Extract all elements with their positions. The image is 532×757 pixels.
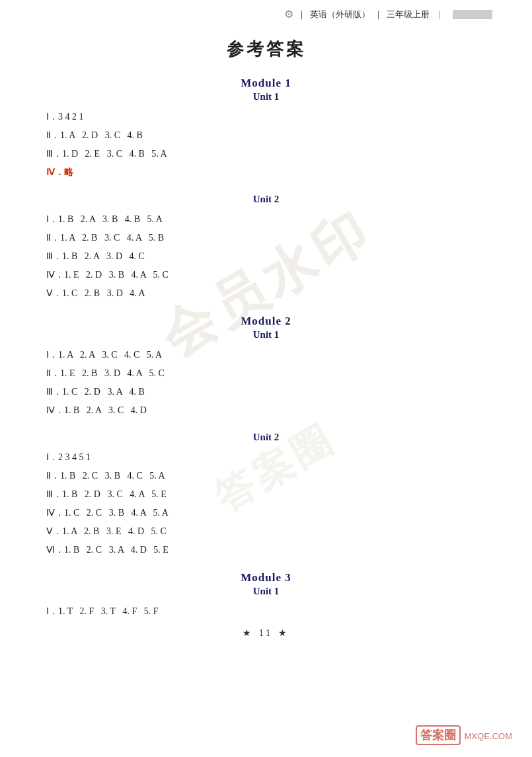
unit-3-1-title: Unit 1 bbox=[40, 586, 492, 597]
answer-line: Ⅰ．1. A 2. A 3. C 4. C 5. A bbox=[46, 346, 492, 364]
unit-3-1-answers: Ⅰ．1. T 2. F 3. T 4. F 5. F bbox=[40, 602, 492, 621]
page: ⚙ ｜ 英语（外研版） ｜ 三年级上册 ｜ 参考答案 Module 1 Unit… bbox=[0, 0, 532, 757]
bottom-logo: 答案圈 MXQE.COM bbox=[416, 725, 512, 745]
answer-line: Ⅱ．1. B 2. C 3. B 4. C 5. A bbox=[46, 467, 492, 485]
answer-line: Ⅴ．1. C 2. B 3. D 4. A bbox=[46, 284, 492, 303]
answer-line-highlight: Ⅳ．略 bbox=[46, 163, 492, 182]
page-footer: ★ 11 ★ bbox=[40, 627, 492, 639]
answer-line: Ⅰ．3 4 2 1 bbox=[46, 108, 492, 126]
module-2-title: Module 2 bbox=[40, 315, 492, 328]
header-text1: 英语（外研版） bbox=[310, 9, 370, 20]
answer-line: Ⅳ．1. E 2. D 3. B 4. A 5. C bbox=[46, 266, 492, 284]
answer-line: Ⅰ．1. T 2. F 3. T 4. F 5. F bbox=[46, 602, 492, 621]
unit-2-1-title: Unit 1 bbox=[40, 329, 492, 340]
unit-1-1-title: Unit 1 bbox=[40, 91, 492, 102]
answer-line: Ⅳ．1. C 2. C 3. B 4. A 5. A bbox=[46, 504, 492, 522]
unit-1-2-title: Unit 2 bbox=[40, 194, 492, 205]
answer-line: Ⅱ．1. A 2. D 3. C 4. B bbox=[46, 126, 492, 145]
answer-line: Ⅰ．2 3 4 5 1 bbox=[46, 448, 492, 467]
unit-2-1-answers: Ⅰ．1. A 2. A 3. C 4. C 5. A Ⅱ．1. E 2. B 3… bbox=[40, 346, 492, 420]
unit-1-2-answers: Ⅰ．1. B 2. A 3. B 4. B 5. A Ⅱ．1. A 2. B 3… bbox=[40, 210, 492, 303]
logo-box: 答案圈 bbox=[416, 725, 461, 745]
answer-line: Ⅲ．1. B 2. A 3. D 4. C bbox=[46, 247, 492, 266]
answer-line: Ⅱ．1. A 2. B 3. C 4. A 5. B bbox=[46, 229, 492, 247]
answer-line: Ⅱ．1. E 2. B 3. D 4. A 5. C bbox=[46, 364, 492, 383]
answer-line: Ⅲ．1. C 2. D 3. A 4. B bbox=[46, 383, 492, 401]
answer-line: Ⅲ．1. B 2. D 3. C 4. A 5. E bbox=[46, 485, 492, 504]
header-bar bbox=[453, 10, 492, 19]
module-1-title: Module 1 bbox=[40, 77, 492, 90]
answer-line: Ⅵ．1. B 2. C 3. A 4. D 5. E bbox=[46, 541, 492, 559]
module-3: Module 3 Unit 1 Ⅰ．1. T 2. F 3. T 4. F 5.… bbox=[40, 571, 492, 621]
answer-line: Ⅴ．1. A 2. B 3. E 4. D 5. C bbox=[46, 522, 492, 541]
unit-1-1-answers: Ⅰ．3 4 2 1 Ⅱ．1. A 2. D 3. C 4. B Ⅲ．1. D 2… bbox=[40, 108, 492, 182]
module-2: Module 2 Unit 1 Ⅰ．1. A 2. A 3. C 4. C 5.… bbox=[40, 315, 492, 559]
answer-line: Ⅳ．1. B 2. A 3. C 4. D bbox=[46, 401, 492, 420]
answer-line: Ⅰ．1. B 2. A 3. B 4. B 5. A bbox=[46, 210, 492, 229]
header-divider: ｜ bbox=[297, 9, 306, 20]
unit-2-2-answers: Ⅰ．2 3 4 5 1 Ⅱ．1. B 2. C 3. B 4. C 5. A Ⅲ… bbox=[40, 448, 492, 559]
main-title: 参考答案 bbox=[40, 38, 492, 61]
answer-line: Ⅲ．1. D 2. E 3. C 4. B 5. A bbox=[46, 145, 492, 163]
module-1: Module 1 Unit 1 Ⅰ．3 4 2 1 Ⅱ．1. A 2. D 3.… bbox=[40, 77, 492, 303]
page-header: ⚙ ｜ 英语（外研版） ｜ 三年级上册 ｜ bbox=[40, 0, 492, 26]
page-number: ★ 11 ★ bbox=[243, 628, 289, 638]
site-url: MXQE.COM bbox=[465, 731, 512, 741]
gear-icon: ⚙ bbox=[284, 8, 293, 20]
header-divider2: ｜ bbox=[374, 9, 383, 20]
content-area: Module 1 Unit 1 Ⅰ．3 4 2 1 Ⅱ．1. A 2. D 3.… bbox=[40, 77, 492, 621]
unit-2-2-title: Unit 2 bbox=[40, 432, 492, 443]
header-divider3: ｜ bbox=[436, 9, 444, 20]
module-3-title: Module 3 bbox=[40, 571, 492, 584]
header-text2: 三年级上册 bbox=[387, 9, 430, 20]
